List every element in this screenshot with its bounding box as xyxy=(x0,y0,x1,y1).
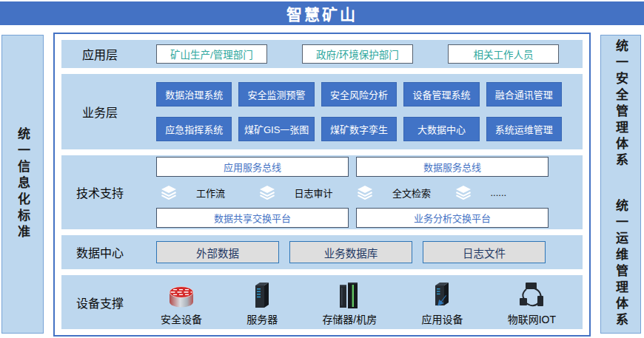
app-box-gov-environment-dept: 政府/环境保护部门 xyxy=(302,44,413,64)
right-panel-labels: 统一安全管理体系 统一运维管理体系 xyxy=(614,39,627,329)
device-item-server-label: 服务器 xyxy=(246,311,278,326)
app-device-icon xyxy=(429,279,455,310)
server-icon xyxy=(252,279,272,310)
business-row-2: 应急指挥系统 煤矿GIS一张图 煤矿数字孪生 大数据中心 系统运维管理 xyxy=(156,117,562,141)
biz-btn-system-ops: 系统运维管理 xyxy=(486,117,562,141)
device-item-storage-label: 存储器/机房 xyxy=(322,311,377,326)
device-item-security-label: 安全设备 xyxy=(161,311,202,326)
tech-item-more: ...... xyxy=(451,185,549,200)
biz-btn-equipment-mgmt: 设备管理系统 xyxy=(403,82,479,107)
biz-btn-data-governance: 数据治理系统 xyxy=(156,82,232,107)
left-panel-unified-info-standard: 统一信息化标准 xyxy=(1,35,44,334)
right-panel-unified-mgmt-systems: 统一安全管理体系 统一运维管理体系 xyxy=(600,35,641,334)
tech-box-app-service-bus: 应用服务总线 xyxy=(156,157,349,177)
tech-box-biz-analysis-platform: 业务分析交换平台 xyxy=(356,208,549,228)
layer-application-content: 矿山生产/管理部门 政府/环境保护部门 相关工作人员 xyxy=(138,44,583,64)
business-row-1: 数据治理系统 安全监测预警 安全风险分析 设备管理系统 融合通讯管理 xyxy=(156,82,562,107)
tech-item-more-label: ...... xyxy=(491,187,507,198)
layer-business: 业务层 数据治理系统 安全监测预警 安全风险分析 设备管理系统 融合通讯管理 应… xyxy=(61,74,583,149)
layer-tech-support: 技术支持 应用服务总线 数据服务总线 工作流 xyxy=(61,155,583,229)
tech-bus-row: 应用服务总线 数据服务总线 xyxy=(156,157,549,177)
app-box-mine-production-dept: 矿山生产/管理部门 xyxy=(156,44,267,64)
tech-item-workflow: 工作流 xyxy=(156,185,255,200)
device-item-iot-label: 物联网IOT xyxy=(508,311,556,326)
layer-device-support: 设备支撑 xyxy=(61,275,583,329)
data-box-business-db: 业务数据库 xyxy=(289,241,412,263)
biz-btn-risk-analysis: 安全风险分析 xyxy=(321,82,397,107)
left-panel-label: 统一信息化标准 xyxy=(16,127,29,241)
layer-data-center-content: 外部数据 业务数据库 日志文件 xyxy=(138,241,583,263)
biz-btn-big-data-center: 大数据中心 xyxy=(403,117,479,141)
layers-icon xyxy=(161,185,177,200)
layers-icon xyxy=(357,185,373,200)
layer-tech-support-label: 技术支持 xyxy=(61,183,138,201)
layers-icon xyxy=(259,185,275,200)
layer-application: 应用层 矿山生产/管理部门 政府/环境保护部门 相关工作人员 xyxy=(61,40,583,68)
architecture-diagram: 应用层 矿山生产/管理部门 政府/环境保护部门 相关工作人员 业务层 数据治理系… xyxy=(53,33,591,337)
storage-icon xyxy=(338,279,360,310)
layer-business-content: 数据治理系统 安全监测预警 安全风险分析 设备管理系统 融合通讯管理 应急指挥系… xyxy=(138,82,583,141)
tech-box-data-share-platform: 数据共享交换平台 xyxy=(156,208,349,228)
layer-business-label: 业务层 xyxy=(61,103,138,121)
page-title: 智慧矿山 xyxy=(0,1,644,25)
layer-tech-support-content: 应用服务总线 数据服务总线 工作流 xyxy=(138,157,583,228)
data-box-log-files: 日志文件 xyxy=(423,241,546,263)
device-item-security: 安全设备 xyxy=(161,279,202,326)
device-item-storage: 存储器/机房 xyxy=(322,279,377,326)
page-title-text: 智慧矿山 xyxy=(286,2,358,24)
layer-device-support-content: 安全设备 服务器 xyxy=(138,279,583,326)
layer-application-label: 应用层 xyxy=(61,45,138,63)
biz-btn-comm-mgmt: 融合通讯管理 xyxy=(486,82,562,107)
app-box-related-staff: 相关工作人员 xyxy=(448,44,559,64)
firewall-icon xyxy=(167,279,196,310)
tech-platform-row: 数据共享交换平台 业务分析交换平台 xyxy=(156,208,549,228)
biz-btn-digital-twin: 煤矿数字孪生 xyxy=(321,117,397,141)
layer-data-center: 数据中心 外部数据 业务数据库 日志文件 xyxy=(61,235,583,269)
tech-box-data-service-bus: 数据服务总线 xyxy=(356,157,549,177)
device-item-server: 服务器 xyxy=(246,279,278,326)
biz-btn-emergency-command: 应急指挥系统 xyxy=(156,117,232,141)
data-box-external-data: 外部数据 xyxy=(156,241,279,263)
right-panel-label-security: 统一安全管理体系 xyxy=(614,39,628,169)
device-item-app-device: 应用设备 xyxy=(421,279,463,326)
device-item-iot: 物联网IOT xyxy=(508,279,556,326)
iot-icon xyxy=(517,279,546,310)
layer-data-center-label: 数据中心 xyxy=(61,243,138,261)
device-item-app-device-label: 应用设备 xyxy=(421,311,463,326)
biz-btn-gis-map: 煤矿GIS一张图 xyxy=(238,117,314,141)
tech-item-log-audit-label: 日志审计 xyxy=(295,186,333,200)
layers-icon xyxy=(455,185,472,200)
tech-item-fulltext-search-label: 全文检索 xyxy=(392,186,431,200)
tech-middleware-row: 工作流 日志审计 全文检索 xyxy=(156,183,549,202)
tech-item-fulltext-search: 全文检索 xyxy=(352,185,451,200)
layer-device-support-label: 设备支撑 xyxy=(61,294,138,311)
right-panel-label-ops: 统一运维管理体系 xyxy=(614,199,627,329)
tech-item-log-audit: 日志审计 xyxy=(255,185,353,200)
biz-btn-safety-monitoring: 安全监测预警 xyxy=(238,82,314,107)
tech-item-workflow-label: 工作流 xyxy=(196,186,225,200)
